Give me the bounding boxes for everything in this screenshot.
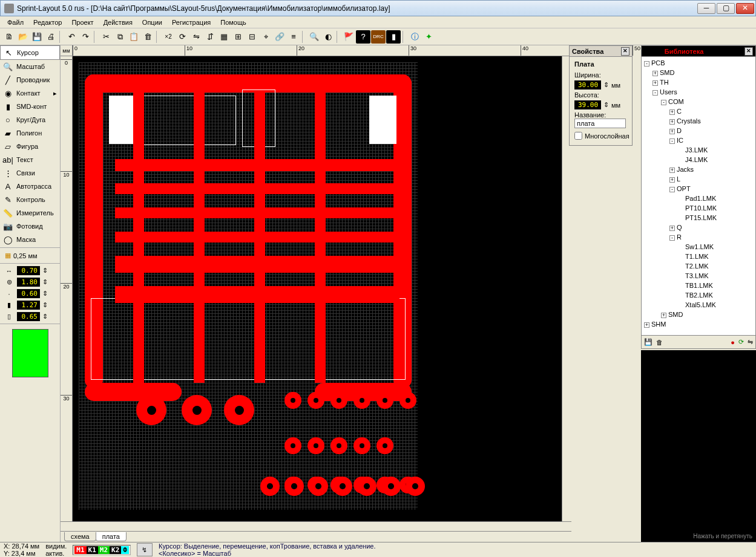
align-icon[interactable]: ▦	[217, 30, 231, 44]
question-icon[interactable]: ?	[356, 30, 370, 44]
copy-icon[interactable]: ⧉	[113, 30, 127, 44]
library-tree[interactable]: -PCB+SMD+TH-Users-COM+C+Crystals+D-ICJ3.…	[642, 57, 755, 335]
param-row[interactable]: ▮1.27⇕	[0, 299, 60, 311]
tree-node[interactable]: Sw1.LMK	[643, 242, 754, 252]
tree-node[interactable]: +SHM	[643, 319, 754, 329]
monitor-icon[interactable]: ▮	[386, 30, 401, 44]
tree-node[interactable]: PT10.LMK	[643, 203, 754, 213]
tree-node[interactable]: TB1.LMK	[643, 281, 754, 290]
param-row[interactable]: ▯0.65⇕	[0, 311, 60, 322]
tool-Контакт[interactable]: ◉Контакт▸	[0, 86, 60, 100]
tree-node[interactable]: +D	[643, 126, 754, 135]
lib-delete-icon[interactable]: 🗑	[656, 339, 663, 346]
delete-icon[interactable]: 🗑	[141, 30, 154, 44]
multilayer-checkbox[interactable]	[574, 132, 582, 140]
tool-Круг/Дуга[interactable]: ○Круг/Дуга	[0, 113, 60, 126]
tree-node[interactable]: -OPT	[643, 184, 754, 194]
tree-node[interactable]: +SMD	[643, 68, 754, 77]
tool-Полигон[interactable]: ▰Полигон	[0, 126, 60, 140]
tool-Измеритель[interactable]: 📏Измеритель	[0, 206, 60, 220]
fliph-icon[interactable]: ⇋	[189, 30, 203, 44]
open-icon[interactable]: 📂	[16, 30, 30, 44]
menu-registration[interactable]: Регистрация	[167, 18, 215, 27]
link-icon[interactable]: 🔗	[273, 30, 286, 44]
close-button[interactable]: ✕	[736, 3, 754, 14]
width-value[interactable]: 30.00	[574, 80, 601, 90]
layers-icon[interactable]: ≡	[287, 30, 300, 44]
tree-node[interactable]: +C	[643, 106, 754, 116]
tree-node[interactable]: +SMD	[643, 310, 754, 319]
lib-flip-icon[interactable]: ⇋	[748, 338, 753, 346]
tool-Курсор[interactable]: ↖Курсор	[0, 45, 60, 60]
tree-node[interactable]: -Users	[643, 87, 754, 97]
group-icon[interactable]: ⊞	[231, 30, 245, 44]
lib-rotate-icon[interactable]: ⟳	[738, 338, 744, 346]
x2-icon[interactable]: ×2	[162, 30, 175, 44]
contrast-icon[interactable]: ◐	[321, 30, 335, 44]
snap-icon[interactable]: ⌖	[259, 30, 272, 44]
tool-Контроль[interactable]: ✎Контроль	[0, 193, 60, 206]
flag-icon[interactable]: 🚩	[342, 30, 355, 44]
tool-Проводник[interactable]: ╱Проводник	[0, 73, 60, 86]
tool-SMD-конт[interactable]: ▮SMD-конт	[0, 100, 60, 113]
menu-help[interactable]: Помощь	[215, 18, 251, 27]
menu-project[interactable]: Проект	[67, 18, 98, 27]
tree-node[interactable]: +TH	[643, 77, 754, 87]
tree-node[interactable]: J3.LMK	[643, 145, 754, 155]
layer-chips[interactable]: М1К1М2К2Ф	[73, 545, 131, 555]
tool-Маска[interactable]: ◯Маска	[0, 233, 60, 246]
macro-icon[interactable]: ✦	[422, 30, 435, 44]
param-row[interactable]: ·0.60⇕	[0, 288, 60, 299]
minimize-button[interactable]: ─	[697, 3, 715, 14]
tree-node[interactable]: TB2.LMK	[643, 290, 754, 300]
tool-Текст[interactable]: ab|Текст	[0, 153, 60, 166]
tree-node[interactable]: -IC	[643, 135, 754, 145]
library-preview[interactable]: Нажать и перетянуть	[641, 350, 756, 542]
cut-icon[interactable]: ✂	[99, 30, 113, 44]
tree-node[interactable]: +Jacks	[643, 164, 754, 174]
drc-icon[interactable]: DRC	[371, 30, 386, 44]
grid-setting[interactable]: ▦0,25 мм	[0, 249, 60, 262]
library-close-icon[interactable]: ✕	[744, 47, 753, 56]
tool-Масштаб[interactable]: 🔍Масштаб	[0, 60, 60, 73]
tree-node[interactable]: -COM	[643, 97, 754, 106]
tree-node[interactable]: +L	[643, 174, 754, 184]
param-row[interactable]: ⊚1.80⇕	[0, 276, 60, 288]
save-icon[interactable]: 💾	[30, 30, 44, 44]
tab-schematic[interactable]: схема	[64, 532, 96, 541]
pcb-canvas[interactable]	[73, 56, 562, 521]
tool-Фигура[interactable]: ▱Фигура	[0, 140, 60, 153]
new-icon[interactable]: 🗎	[2, 30, 16, 44]
print-icon[interactable]: 🖨	[44, 30, 58, 44]
tree-node[interactable]: -R	[643, 232, 754, 242]
scrollbar-horizontal[interactable]	[61, 521, 571, 531]
rotate-icon[interactable]: ⟳	[176, 30, 189, 44]
tree-node[interactable]: T2.LMK	[643, 261, 754, 271]
board-name-input[interactable]	[574, 119, 626, 128]
tree-node[interactable]: +Q	[643, 223, 754, 232]
menu-actions[interactable]: Действия	[99, 18, 137, 27]
lib-save-icon[interactable]: 💾	[644, 338, 652, 346]
tree-node[interactable]: T3.LMK	[643, 271, 754, 281]
tool-Связи[interactable]: ⋮Связи	[0, 166, 60, 180]
menu-edit[interactable]: Редактор	[28, 18, 67, 27]
tab-board[interactable]: плата	[96, 532, 127, 541]
height-value[interactable]: 39.00	[574, 100, 601, 109]
tree-node[interactable]: T1.LMK	[643, 252, 754, 261]
paste-icon[interactable]: 📋	[127, 30, 140, 44]
lib-record-icon[interactable]: ●	[731, 339, 735, 346]
tool-Автотрасса[interactable]: AАвтотрасса	[0, 180, 60, 193]
info-icon[interactable]: ⓘ	[408, 30, 421, 44]
ungroup-icon[interactable]: ⊟	[245, 30, 258, 44]
tree-node[interactable]: PT15.LMK	[643, 213, 754, 223]
flipv-icon[interactable]: ⇵	[203, 30, 217, 44]
zoom-icon[interactable]: 🔍	[307, 30, 321, 44]
tree-node[interactable]: +Crystals	[643, 116, 754, 126]
param-row[interactable]: ↔0.70⇕	[0, 265, 60, 276]
tree-node[interactable]: Pad1.LMK	[643, 194, 754, 203]
undo-icon[interactable]: ↶	[65, 30, 78, 44]
properties-close-icon[interactable]: ✕	[621, 47, 629, 56]
tree-node[interactable]: J4.LMK	[643, 155, 754, 164]
redo-icon[interactable]: ↷	[79, 30, 92, 44]
tool-Фотовид[interactable]: 📷Фотовид	[0, 220, 60, 233]
